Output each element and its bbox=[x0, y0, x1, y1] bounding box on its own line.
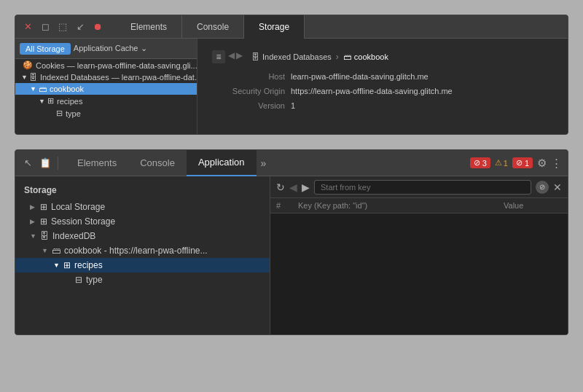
type-icon-bottom: ⊟ bbox=[75, 275, 82, 285]
nav-back-button[interactable]: ◀ bbox=[228, 50, 235, 63]
type-label: type bbox=[66, 109, 81, 118]
tab-storage[interactable]: Storage bbox=[244, 15, 305, 39]
tree-item-indexed-db[interactable]: ▼ 🗄 Indexed Databases — learn-pwa-offlin… bbox=[15, 71, 197, 83]
arrow-indexed-db: ▼ bbox=[21, 74, 28, 81]
console-tab-label: Console bbox=[197, 22, 229, 32]
bottom-tabs: Elements Console Application » bbox=[66, 150, 469, 176]
detail-rows: Host learn-pwa-offline-data-saving.glitc… bbox=[212, 72, 553, 110]
recipes-label-bottom: recipes bbox=[74, 260, 103, 270]
arrow-recipes-bottom: ▼ bbox=[53, 262, 62, 269]
tree-item-indexeddb[interactable]: ▼ 🗄 IndexedDB bbox=[15, 229, 270, 243]
nav-list-icon: ≡ bbox=[212, 50, 225, 63]
col-key: Key (Key path: "id") bbox=[298, 201, 504, 210]
error-count-2: 1 bbox=[525, 159, 529, 168]
warning-icon: ⚠ bbox=[495, 158, 502, 168]
bottom-toolbar: ↖ 📋 Elements Console Application » ⊘ 3 ⚠… bbox=[15, 150, 568, 176]
cookbook-label-bottom: cookbook - https://learn-pwa-offline... bbox=[64, 246, 208, 256]
recipes-icon-bottom: ⊞ bbox=[63, 260, 71, 270]
top-toolbar: ✕ ◻ ⬚ ↙ ⏺ Elements Console Storage bbox=[15, 15, 568, 39]
breadcrumb-indexed-db[interactable]: 🗄 Indexed Databases bbox=[251, 52, 332, 61]
tree-item-recipes-bottom[interactable]: ▼ ⊞ recipes bbox=[15, 258, 270, 273]
top-devtools-panel: ✕ ◻ ⬚ ↙ ⏺ Elements Console Storage All S… bbox=[15, 15, 568, 135]
indexed-db-icon-small: 🗄 bbox=[251, 52, 259, 61]
origin-value: https://learn-pwa-offline-data-saving.gl… bbox=[291, 87, 453, 95]
local-storage-icon: ⊞ bbox=[40, 202, 47, 212]
tree-item-type[interactable]: ⊟ type bbox=[15, 107, 197, 119]
tree-item-local-storage[interactable]: ▶ ⊞ Local Storage bbox=[15, 200, 270, 214]
tree-item-cookbook-bottom[interactable]: ▼ 🗃 cookbook - https://learn-pwa-offline… bbox=[15, 243, 270, 258]
detail-nav: ≡ ◀ ▶ 🗄 Indexed Databases › 🗃 cookbook bbox=[212, 50, 553, 63]
origin-label: Security Origin bbox=[212, 87, 285, 95]
minimize-icon[interactable]: ◻ bbox=[39, 20, 52, 34]
nav-arrows: ≡ ◀ ▶ bbox=[212, 50, 243, 63]
tab-elements[interactable]: Elements bbox=[116, 15, 182, 39]
tab-console-bottom[interactable]: Console bbox=[128, 150, 187, 176]
arrow-recipes: ▼ bbox=[39, 98, 46, 105]
indexeddb-icon: 🗄 bbox=[40, 231, 49, 241]
storage-tab-label: Storage bbox=[259, 22, 289, 32]
db-block-button[interactable]: ⊘ bbox=[536, 181, 549, 194]
settings-button[interactable]: ⚙ bbox=[537, 157, 547, 170]
app-cache-button[interactable]: Application Cache ⌄ bbox=[74, 44, 147, 53]
inspect-icon[interactable]: ↙ bbox=[74, 20, 87, 34]
error-icon: ⊘ bbox=[474, 158, 480, 168]
error-badge: ⊘ 3 bbox=[470, 157, 490, 168]
indexeddb-label: IndexedDB bbox=[52, 231, 95, 241]
device-icon[interactable]: 📋 bbox=[39, 157, 52, 170]
type-label-bottom: type bbox=[86, 275, 103, 285]
top-sidebar-toolbar: All Storage Application Cache ⌄ bbox=[15, 39, 197, 59]
tab-console[interactable]: Console bbox=[182, 15, 244, 39]
db-back-button[interactable]: ◀ bbox=[289, 181, 297, 193]
breadcrumb-cookbook-label: cookbook bbox=[354, 52, 388, 61]
db-close-button[interactable]: ✕ bbox=[553, 181, 562, 193]
dock-icon[interactable]: ⬚ bbox=[56, 20, 69, 34]
breadcrumb-cookbook[interactable]: 🗃 cookbook bbox=[343, 52, 388, 61]
db-toolbar: ↻ ◀ ▶ ⊘ ✕ bbox=[270, 176, 568, 198]
all-storage-button[interactable]: All Storage bbox=[20, 43, 71, 55]
record-icon[interactable]: ⏺ bbox=[91, 20, 104, 34]
bottom-sidebar: Storage ▶ ⊞ Local Storage ▶ ⊞ Session St… bbox=[15, 176, 270, 334]
tree-item-cookbook[interactable]: ▼ 🗃 cookbook bbox=[15, 83, 197, 95]
arrow-cookbook: ▼ bbox=[30, 85, 37, 93]
toolbar-right: ⊘ 3 ⚠ 1 ⊘ 1 ⚙ ⋮ bbox=[470, 157, 562, 170]
cookbook-label: cookbook bbox=[50, 85, 84, 93]
detail-row-version: Version 1 bbox=[212, 101, 553, 110]
warning-badge: ⚠ 1 bbox=[495, 158, 508, 168]
arrow-session-storage: ▶ bbox=[30, 218, 39, 225]
top-tabs: Elements Console Storage bbox=[116, 15, 562, 39]
breadcrumb-separator: › bbox=[336, 52, 339, 62]
storage-section-title: Storage bbox=[15, 182, 270, 200]
db-table-body bbox=[270, 213, 568, 334]
arrow-indexeddb: ▼ bbox=[30, 232, 39, 240]
col-hash: # bbox=[276, 201, 298, 210]
db-refresh-button[interactable]: ↻ bbox=[276, 181, 285, 193]
recipes-icon: ⊞ bbox=[47, 96, 54, 106]
tree-item-session-storage[interactable]: ▶ ⊞ Session Storage bbox=[15, 214, 270, 229]
top-content: All Storage Application Cache ⌄ 🍪 Cookie… bbox=[15, 39, 568, 134]
inspect-cursor-icon[interactable]: ↖ bbox=[21, 157, 34, 170]
tree-item-cookies[interactable]: 🍪 Cookies — learn-pwa-offline-data-savin… bbox=[15, 59, 197, 71]
tree-item-recipes[interactable]: ▼ ⊞ recipes bbox=[15, 95, 197, 107]
indexed-db-label: Indexed Databases — learn-pwa-offline-da… bbox=[40, 73, 197, 82]
more-tabs-button[interactable]: » bbox=[257, 157, 271, 169]
error-count: 3 bbox=[482, 159, 487, 168]
arrow-cookbook-bottom: ▼ bbox=[42, 247, 50, 254]
type-icon: ⊟ bbox=[56, 109, 63, 118]
local-storage-label: Local Storage bbox=[51, 202, 105, 212]
breadcrumb-indexed-db-label: Indexed Databases bbox=[262, 52, 332, 61]
db-forward-button[interactable]: ▶ bbox=[302, 181, 310, 193]
nav-forward-button[interactable]: ▶ bbox=[236, 50, 243, 63]
col-value: Value bbox=[504, 201, 562, 210]
tab-elements-bottom[interactable]: Elements bbox=[66, 150, 128, 176]
tree-item-type-bottom[interactable]: ⊟ type bbox=[15, 273, 270, 287]
detail-row-origin: Security Origin https://learn-pwa-offlin… bbox=[212, 87, 553, 95]
top-toolbar-icons: ✕ ◻ ⬚ ↙ ⏺ bbox=[21, 20, 104, 34]
tab-application-bottom[interactable]: Application bbox=[187, 150, 257, 176]
more-options-button[interactable]: ⋮ bbox=[551, 157, 562, 170]
bottom-content: Storage ▶ ⊞ Local Storage ▶ ⊞ Session St… bbox=[15, 176, 568, 334]
detail-row-host: Host learn-pwa-offline-data-saving.glitc… bbox=[212, 72, 553, 81]
cookbook-icon-bottom: 🗃 bbox=[52, 246, 60, 256]
db-key-input[interactable] bbox=[314, 180, 531, 195]
elements-label: Elements bbox=[77, 157, 117, 168]
close-icon[interactable]: ✕ bbox=[21, 20, 34, 34]
